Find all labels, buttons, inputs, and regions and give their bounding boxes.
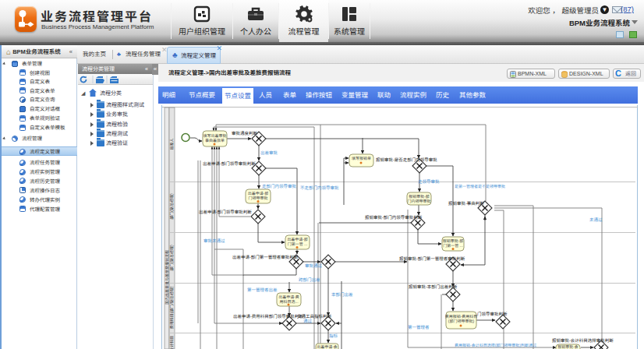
- svg-text:报销审批-部门内领导审批判断: 报销审批-部门内领导审批判断: [365, 215, 423, 220]
- svg-text:审批通过: 审批通过: [305, 263, 323, 268]
- svg-text:跨部门出差: 跨部门出差: [299, 277, 320, 282]
- svg-text:出差申请-部门领导审批判断: 出差申请-部门领导审批判断: [199, 210, 252, 214]
- svg-text:审批通度判断: 审批通度判断: [232, 131, 258, 136]
- svg-text:费用科目(部门/副总经理): 费用科目(部门/副总经理): [169, 286, 174, 329]
- svg-text:报销审批-本部门出差判断: 报销审批-本部门出差判断: [409, 284, 458, 289]
- svg-text:未通过: 未通过: [589, 217, 603, 222]
- svg-text:不走部门内领导审批: 不走部门内领导审批: [300, 185, 339, 190]
- svg-text:费用报销-会计科目选择(部门领导审批)判断通过: 费用报销-会计科目选择(部门领导审批)判断通过: [455, 343, 536, 347]
- svg-text:第一管理者: 第一管理者: [408, 325, 430, 330]
- svg-text:指标: 指标: [329, 333, 338, 338]
- svg-text:用科目选...: 用科目选...: [279, 299, 298, 304]
- svg-text:出差人: 出差人: [169, 138, 174, 150]
- svg-text:是第一管理者是不是领导审批: 是第一管理者是不是领导审批: [455, 184, 505, 189]
- svg-text:交通工具指标判断: 交通工具指标判断: [297, 314, 332, 319]
- svg-text:部门(副总经理): 部门(副总经理): [169, 245, 174, 271]
- svg-text:会计科目: 会计科目: [169, 336, 174, 349]
- svg-text:本部门出差: 本部门出差: [331, 292, 353, 297]
- svg-text:门第一管 ...: 门第一管 ...: [288, 241, 308, 246]
- svg-text:门领导审批: 门领导审批: [248, 196, 267, 200]
- svg-text:出差申请-部门领导审批判断: 出差申请-部门领导审批判断: [203, 161, 256, 166]
- svg-text:事由差旅单: 事由差旅单: [205, 138, 225, 143]
- svg-text:报销审批-是否走部门内领导审批: 报销审批-是否走部门内领导审批: [376, 157, 437, 162]
- svg-text:国内出差审批与差旅费报销流程: 国内出差审批与差旅费报销流程: [165, 250, 169, 305]
- svg-text:门内领导审批: 门内领导审批: [407, 199, 430, 203]
- svg-text:填写报销单: 填写报销单: [352, 156, 371, 160]
- svg-text:报销审批-会计科目选择审批判断: 报销审批-会计科目选择审批判断: [552, 338, 614, 343]
- svg-text:门领导审批判断: 门领导审批判断: [477, 312, 508, 316]
- svg-text:部门(副总经理): 部门(副总经理): [169, 193, 174, 220]
- svg-text:门第一管 ...: 门第一管 ...: [443, 243, 463, 248]
- svg-text:出差审批: 出差审批: [260, 150, 278, 155]
- svg-text:报销审批-事由判断: 报销审批-事由判断: [448, 201, 484, 206]
- svg-text:走领导审批: 走领导审批: [418, 179, 440, 184]
- svg-text:审批未通过: 审批未通过: [203, 238, 225, 243]
- svg-text:通过: 通过: [303, 319, 313, 323]
- svg-text:(部门领导审批): (部门领导审批): [448, 319, 475, 323]
- svg-text:报销审批-部门第一管理者审批判断: 报销审批-部门第一管理者审批判断: [399, 256, 465, 261]
- svg-text:走部门内领导审批: 走部门内领导审批: [262, 184, 297, 189]
- svg-text:出差申请-费用科目部门领导审批判断: 出差申请-费用科目部门领导审批判断: [233, 314, 303, 319]
- svg-text:出差申请-部门第一管理者审批判断: 出差申请-部门第一管理者审批判断: [232, 255, 299, 259]
- svg-text:第一管理者出差: 第一管理者出差: [247, 287, 278, 292]
- svg-text:出差申请-会: 出差申请-会: [317, 344, 338, 349]
